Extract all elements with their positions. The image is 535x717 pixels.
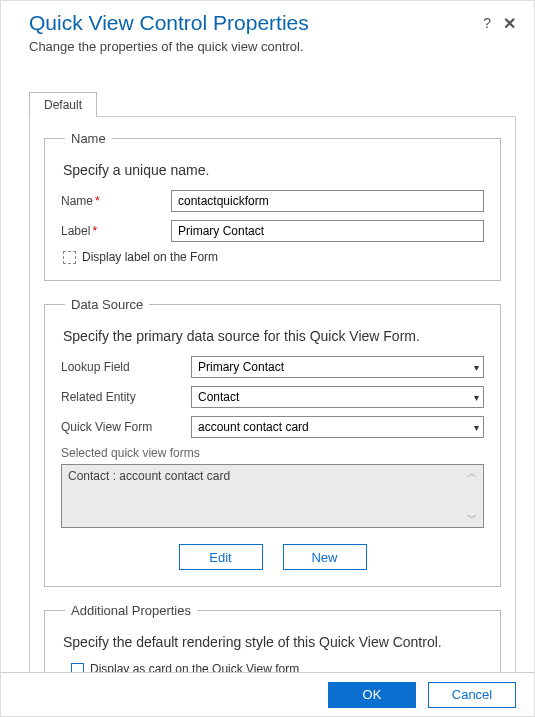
tab-default[interactable]: Default xyxy=(29,92,97,117)
dialog-header: Quick View Control Properties ? ✕ Change… xyxy=(1,1,534,60)
hint-additional: Specify the default rendering style of t… xyxy=(63,634,484,650)
label-label: Label* xyxy=(61,224,171,238)
chevron-up-icon[interactable]: ︿ xyxy=(467,467,477,481)
new-button[interactable]: New xyxy=(283,544,367,570)
input-name[interactable] xyxy=(171,190,484,212)
fieldset-additional: Additional Properties Specify the defaul… xyxy=(44,603,501,672)
chevron-down-icon[interactable]: ﹀ xyxy=(467,511,477,525)
select-quick-view-form[interactable]: account contact card▾ xyxy=(191,416,484,438)
tab-panel-default: Name Specify a unique name. Name* Label*… xyxy=(29,116,516,672)
fieldset-data-source: Data Source Specify the primary data sou… xyxy=(44,297,501,587)
label-lookup-field: Lookup Field xyxy=(61,360,191,374)
checkbox-display-as-card[interactable] xyxy=(71,663,84,673)
checkbox-display-label-text: Display label on the Form xyxy=(82,250,218,264)
dialog-title: Quick View Control Properties xyxy=(29,11,471,35)
edit-button[interactable]: Edit xyxy=(179,544,263,570)
list-item: Contact : account contact card xyxy=(68,469,230,483)
close-icon[interactable]: ✕ xyxy=(503,14,516,33)
select-related-entity[interactable]: Contact▾ xyxy=(191,386,484,408)
fieldset-name: Name Specify a unique name. Name* Label*… xyxy=(44,131,501,281)
dialog-footer: OK Cancel xyxy=(1,672,534,716)
label-quick-view-form: Quick View Form xyxy=(61,420,191,434)
legend-data-source: Data Source xyxy=(65,297,149,312)
legend-additional: Additional Properties xyxy=(65,603,197,618)
label-selected-forms: Selected quick view forms xyxy=(61,446,484,460)
select-lookup-field[interactable]: Primary Contact▾ xyxy=(191,356,484,378)
input-label[interactable] xyxy=(171,220,484,242)
tab-strip: Default xyxy=(29,91,516,116)
chevron-down-icon: ▾ xyxy=(474,422,479,433)
legend-name: Name xyxy=(65,131,112,146)
checkbox-display-label[interactable] xyxy=(63,251,76,264)
cancel-button[interactable]: Cancel xyxy=(428,682,516,708)
label-name: Name* xyxy=(61,194,171,208)
dialog-body: Default Name Specify a unique name. Name… xyxy=(1,71,534,672)
listbox-selected-forms[interactable]: Contact : account contact card ︿ ﹀ xyxy=(61,464,484,528)
help-icon[interactable]: ? xyxy=(483,15,491,31)
checkbox-display-as-card-text: Display as card on the Quick View form xyxy=(90,662,299,672)
dialog-subtitle: Change the properties of the quick view … xyxy=(29,39,516,54)
label-related-entity: Related Entity xyxy=(61,390,191,404)
hint-data-source: Specify the primary data source for this… xyxy=(63,328,484,344)
chevron-down-icon: ▾ xyxy=(474,392,479,403)
hint-name: Specify a unique name. xyxy=(63,162,484,178)
ok-button[interactable]: OK xyxy=(328,682,416,708)
chevron-down-icon: ▾ xyxy=(474,362,479,373)
